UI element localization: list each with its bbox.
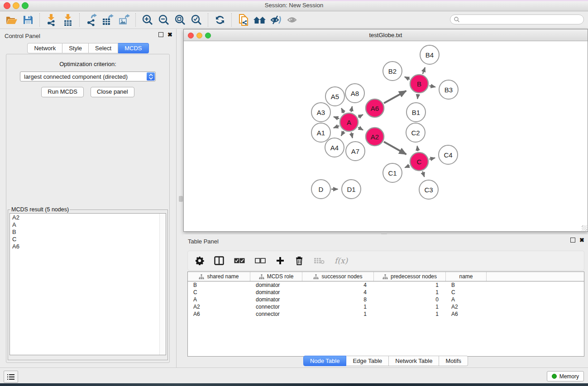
table-row[interactable]: Bdominator41B xyxy=(188,281,584,289)
graph-edge-A-A1[interactable] xyxy=(334,126,339,128)
column-header-name[interactable]: name xyxy=(446,272,487,281)
zoom-out-icon[interactable] xyxy=(156,13,172,27)
tab-network-table[interactable]: Network Table xyxy=(389,356,439,366)
function-builder-icon[interactable]: f(x) xyxy=(335,255,348,266)
graph-node-A5[interactable]: A5 xyxy=(325,87,344,106)
close-table-panel-icon[interactable]: ✖ xyxy=(579,238,584,243)
search-input[interactable] xyxy=(460,16,583,23)
tab-edge-table[interactable]: Edge Table xyxy=(346,356,389,366)
tab-motifs[interactable]: Motifs xyxy=(439,356,468,366)
float-panel-icon[interactable] xyxy=(158,32,163,37)
home-view-icon[interactable] xyxy=(252,13,268,27)
table-row[interactable]: Cdominator41C xyxy=(188,289,584,296)
open-session-icon[interactable] xyxy=(4,13,20,27)
list-item[interactable]: C xyxy=(10,236,166,243)
graph-node-A2[interactable]: A2 xyxy=(366,128,384,146)
table-settings-gear-icon[interactable] xyxy=(195,255,204,266)
graph-node-C4[interactable]: C4 xyxy=(439,145,458,164)
column-header-successor-nodes[interactable]: successor nodes xyxy=(302,272,374,281)
graph-node-A7[interactable]: A7 xyxy=(346,142,365,161)
close-panel-icon[interactable]: ✖ xyxy=(167,32,172,37)
zoom-fit-icon[interactable] xyxy=(172,13,188,27)
network-canvas[interactable]: B4B2BB3A8A5A6A3B1AA1C2A2A4A7C4CC1DD1C3 xyxy=(184,41,588,231)
graph-node-C1[interactable]: C1 xyxy=(383,163,402,182)
graph-node-D[interactable]: D xyxy=(311,180,330,199)
graph-node-A[interactable]: A xyxy=(340,113,358,131)
graph-edge-A-A4[interactable] xyxy=(341,131,344,136)
tab-select[interactable]: Select xyxy=(89,43,118,53)
graph-edge-A-A8[interactable] xyxy=(351,106,353,112)
graph-node-B4[interactable]: B4 xyxy=(420,45,439,64)
refresh-icon[interactable] xyxy=(212,13,228,27)
list-item[interactable]: A6 xyxy=(10,243,166,250)
export-image-icon[interactable] xyxy=(116,13,132,27)
graph-edge-A-A6[interactable] xyxy=(358,114,363,117)
graph-edge-A-A7[interactable] xyxy=(351,132,353,138)
graph-edge-A-A5[interactable] xyxy=(341,108,344,113)
graph-edge-A-A2[interactable] xyxy=(358,127,363,130)
import-table-icon[interactable] xyxy=(60,13,76,27)
table-row[interactable]: Adominator80A xyxy=(188,296,584,303)
graph-node-A4[interactable]: A4 xyxy=(325,138,344,157)
column-header-shared-name[interactable]: shared name xyxy=(188,272,250,281)
graph-node-C[interactable]: C xyxy=(410,152,428,171)
window-resize-grip[interactable] xyxy=(582,225,587,231)
graph-edge-B-B3[interactable] xyxy=(430,86,435,87)
graph-node-B[interactable]: B xyxy=(410,75,428,93)
graph-edge-B-B4[interactable] xyxy=(423,67,425,74)
table-row[interactable]: A6connector11A6 xyxy=(188,310,584,318)
graph-edge-C-C1[interactable] xyxy=(405,166,409,167)
graph-edge-A-A3[interactable] xyxy=(334,117,339,119)
graph-edge-C-C3[interactable] xyxy=(422,172,424,177)
close-panel-button[interactable]: Close panel xyxy=(91,87,134,97)
deselect-all-icon[interactable] xyxy=(255,255,266,266)
graph-node-D1[interactable]: D1 xyxy=(342,180,361,199)
tab-node-table[interactable]: Node Table xyxy=(303,356,347,366)
export-table-icon[interactable] xyxy=(100,13,116,27)
graph-node-B1[interactable]: B1 xyxy=(406,103,425,122)
column-header-mcds-role[interactable]: MCDS role xyxy=(250,272,302,281)
graph-edge-B-B1[interactable] xyxy=(417,94,418,99)
add-column-icon[interactable] xyxy=(276,255,285,266)
delete-column-icon[interactable] xyxy=(295,255,304,266)
graph-node-C3[interactable]: C3 xyxy=(419,180,438,199)
save-session-icon[interactable] xyxy=(20,13,36,27)
graph-edge-A6-B[interactable] xyxy=(384,91,406,103)
memory-button[interactable]: Memory xyxy=(547,371,584,381)
graph-node-B3[interactable]: B3 xyxy=(439,80,458,99)
graph-edge-C-C4[interactable] xyxy=(429,158,435,159)
graph-node-B2[interactable]: B2 xyxy=(383,62,402,81)
list-item[interactable]: B xyxy=(10,229,166,236)
import-network-icon[interactable] xyxy=(43,13,60,27)
run-mcds-button[interactable]: Run MCDS xyxy=(41,87,84,97)
table-row[interactable]: A2connector11A2 xyxy=(188,303,584,310)
graph-edge-B-B2[interactable] xyxy=(405,77,410,79)
graph-edge-A2-C[interactable] xyxy=(384,142,406,154)
zoom-in-icon[interactable] xyxy=(139,13,156,27)
task-history-icon[interactable] xyxy=(4,371,18,383)
graph-node-A8[interactable]: A8 xyxy=(345,84,364,103)
show-hidden-eye-icon[interactable] xyxy=(284,13,301,27)
tab-style[interactable]: Style xyxy=(62,43,89,53)
graph-node-A1[interactable]: A1 xyxy=(311,123,330,142)
network-window-titlebar[interactable]: testGlobe.txt xyxy=(184,29,588,41)
select-all-icon[interactable] xyxy=(234,255,245,266)
graph-edge-C-C2[interactable] xyxy=(417,146,418,151)
graph-node-A6[interactable]: A6 xyxy=(366,99,384,117)
list-item[interactable]: A2 xyxy=(10,214,166,221)
tab-network[interactable]: Network xyxy=(27,43,62,53)
export-network-icon[interactable] xyxy=(83,13,100,27)
float-table-panel-icon[interactable] xyxy=(570,238,575,243)
zoom-selected-icon[interactable] xyxy=(188,13,205,27)
search-field[interactable] xyxy=(450,14,584,24)
clone-network-icon[interactable] xyxy=(235,13,252,27)
list-item[interactable]: A xyxy=(10,221,166,229)
graph-node-C2[interactable]: C2 xyxy=(406,123,425,142)
panel-divider-handle[interactable] xyxy=(179,196,183,202)
hide-selected-eye-icon[interactable] xyxy=(268,13,284,27)
tab-mcds[interactable]: MCDS xyxy=(118,43,148,53)
mcds-result-list[interactable]: A2ABCA6 xyxy=(10,213,166,355)
delete-table-icon[interactable] xyxy=(314,255,325,266)
criterion-dropdown[interactable]: largest connected component (directed) xyxy=(20,71,156,81)
graph-node-A3[interactable]: A3 xyxy=(311,103,330,122)
